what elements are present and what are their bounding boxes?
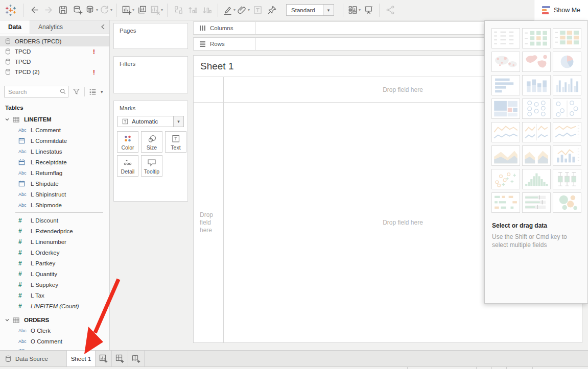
show-me-chart-horizontal-bars[interactable] xyxy=(491,75,520,95)
filters-label: Filters xyxy=(114,57,187,67)
fix-axes-button[interactable] xyxy=(265,3,278,18)
new-worksheet-button[interactable] xyxy=(96,351,112,366)
show-me-chart-continuous-lines[interactable] xyxy=(491,122,520,142)
show-hide-cards-caret-icon: ▾ xyxy=(359,8,361,12)
show-me-chart-highlight-table[interactable] xyxy=(522,28,551,48)
field-item[interactable]: AbcL Comment xyxy=(0,125,109,135)
datasource-item[interactable]: TPCD (2)! xyxy=(0,67,109,77)
columns-shelf[interactable]: Columns xyxy=(193,21,484,35)
save-button[interactable] xyxy=(56,3,69,18)
show-me-chart-text-table[interactable] xyxy=(491,28,520,48)
field-item[interactable]: #LINEITEM (Count) xyxy=(0,301,109,311)
field-item[interactable]: AbcL Shipmode xyxy=(0,200,109,210)
text-button[interactable]: Text xyxy=(165,131,186,153)
chevron-down-icon[interactable] xyxy=(5,118,9,121)
datasource-item[interactable]: TPCD! xyxy=(0,46,109,57)
new-dashboard-button[interactable] xyxy=(112,351,128,366)
duplicate-sheet-button[interactable] xyxy=(135,3,149,18)
show-me-chart-treemap[interactable] xyxy=(491,99,520,119)
show-me-chart-heat-map[interactable] xyxy=(553,28,581,48)
field-item[interactable]: AbcL Shipinstruct xyxy=(0,189,109,200)
datasource-item[interactable]: TPCD xyxy=(0,57,109,67)
show-me-button[interactable]: Show Me xyxy=(534,0,588,20)
show-me-chart-side-by-side-bars[interactable] xyxy=(553,75,581,95)
show-mark-labels-button[interactable] xyxy=(251,3,264,18)
rows-shelf[interactable]: Rows xyxy=(193,37,484,51)
sort-ascending-button[interactable] xyxy=(186,3,199,18)
clear-sheet-button[interactable]: ▾ xyxy=(150,3,163,18)
show-me-chart-discrete-area[interactable] xyxy=(522,145,551,166)
pause-auto-updates-button[interactable]: ▾ xyxy=(85,3,98,18)
color-button[interactable]: Color xyxy=(117,131,138,153)
show-me-chart-symbol-map[interactable] xyxy=(491,52,520,72)
field-item[interactable]: L Shipdate xyxy=(0,178,109,189)
corner-drop-zone[interactable] xyxy=(194,77,224,102)
field-item[interactable]: AbcO Clerk xyxy=(0,325,109,336)
undo-button[interactable] xyxy=(28,3,41,18)
show-hide-cards-button[interactable]: ▾ xyxy=(347,3,361,18)
show-me-chart-dual-combination[interactable] xyxy=(553,145,581,166)
new-worksheet-button[interactable]: ▾ xyxy=(121,3,134,18)
field-item[interactable]: AbcL Returnflag xyxy=(0,167,109,178)
show-me-chart-bullet-graph[interactable] xyxy=(522,192,551,213)
field-item[interactable]: #L Quantity xyxy=(0,268,109,279)
show-me-chart-packed-bubbles[interactable] xyxy=(553,192,581,213)
collapse-pane-icon[interactable] xyxy=(101,23,105,31)
show-me-chart-dual-lines[interactable] xyxy=(553,122,581,142)
new-story-button[interactable] xyxy=(128,351,145,366)
field-item[interactable]: L Receiptdate xyxy=(0,157,109,167)
tab-analytics[interactable]: Analytics xyxy=(30,20,71,34)
rows-drop-zone[interactable]: Drop field here xyxy=(194,103,224,342)
run-auto-updates-button[interactable]: ▾ xyxy=(99,3,112,18)
show-me-chart-scatter-plot[interactable] xyxy=(491,169,520,189)
field-item[interactable]: O Orderdate xyxy=(0,347,109,350)
show-me-chart-discrete-lines[interactable] xyxy=(522,122,551,142)
field-item[interactable]: AbcL Linestatus xyxy=(0,146,109,157)
detail-button[interactable]: Detail xyxy=(117,155,138,177)
mark-type-dropdown[interactable]: Automatic ▾ xyxy=(117,116,184,127)
field-item[interactable]: #L Partkey xyxy=(0,258,109,268)
table-group-orders[interactable]: ORDERS xyxy=(0,315,109,325)
new-data-source-button[interactable] xyxy=(70,3,84,18)
data-source-tab[interactable]: Data Source xyxy=(0,351,67,366)
show-me-chart-side-by-side-circles[interactable] xyxy=(553,99,581,119)
show-me-chart-circle-views[interactable] xyxy=(522,99,551,119)
sort-descending-button[interactable] xyxy=(200,3,214,18)
number-field-icon: # xyxy=(18,228,31,235)
tab-data[interactable]: Data xyxy=(0,20,30,34)
field-item[interactable]: #L Extendedprice xyxy=(0,226,109,236)
view-options-icon[interactable] xyxy=(89,88,97,95)
field-item[interactable]: #L Tax xyxy=(0,290,109,301)
field-item[interactable]: AbcO Comment xyxy=(0,336,109,347)
field-item[interactable]: #L Linenumber xyxy=(0,236,109,247)
filter-fields-icon[interactable] xyxy=(73,88,80,95)
show-me-chart-continuous-area[interactable] xyxy=(491,145,520,166)
highlight-button[interactable]: ▾ xyxy=(222,3,236,18)
redo-button[interactable] xyxy=(42,3,55,18)
table-group-lineitem[interactable]: LINEITEM xyxy=(0,114,109,125)
tooltip-button[interactable]: Tooltip xyxy=(141,155,162,177)
fit-selector[interactable]: Standard▾ xyxy=(286,4,334,16)
show-me-chart-filled-map[interactable] xyxy=(522,52,551,72)
datasource-item[interactable]: ORDERS (TPCD) xyxy=(0,36,109,46)
field-item[interactable]: #L Suppkey xyxy=(0,279,109,290)
field-item[interactable]: L Commitdate xyxy=(0,135,109,146)
filters-card[interactable]: Filters xyxy=(113,56,188,93)
show-me-chart-histogram[interactable] xyxy=(522,169,551,189)
search-input[interactable] xyxy=(4,86,68,97)
field-item[interactable]: #L Discount xyxy=(0,215,109,226)
pages-card[interactable]: Pages xyxy=(113,23,188,49)
group-members-button[interactable]: ▾ xyxy=(237,3,250,18)
sheet1-tab[interactable]: Sheet 1 xyxy=(67,351,96,366)
show-me-chart-pie-chart[interactable] xyxy=(553,52,581,72)
size-button[interactable]: Size xyxy=(141,131,162,153)
show-me-chart-stacked-bars[interactable] xyxy=(522,75,551,95)
presentation-mode-button[interactable] xyxy=(362,3,375,18)
swap-rows-and-columns-button[interactable] xyxy=(172,3,185,18)
view-options-caret-icon[interactable]: ▾ xyxy=(101,89,103,94)
show-me-chart-gantt-chart[interactable] xyxy=(491,192,520,213)
chevron-down-icon[interactable] xyxy=(5,318,9,322)
show-me-chart-box-and-whisker[interactable] xyxy=(553,169,581,189)
field-item[interactable]: #L Orderkey xyxy=(0,247,109,258)
share-workbook-button[interactable] xyxy=(384,3,397,18)
